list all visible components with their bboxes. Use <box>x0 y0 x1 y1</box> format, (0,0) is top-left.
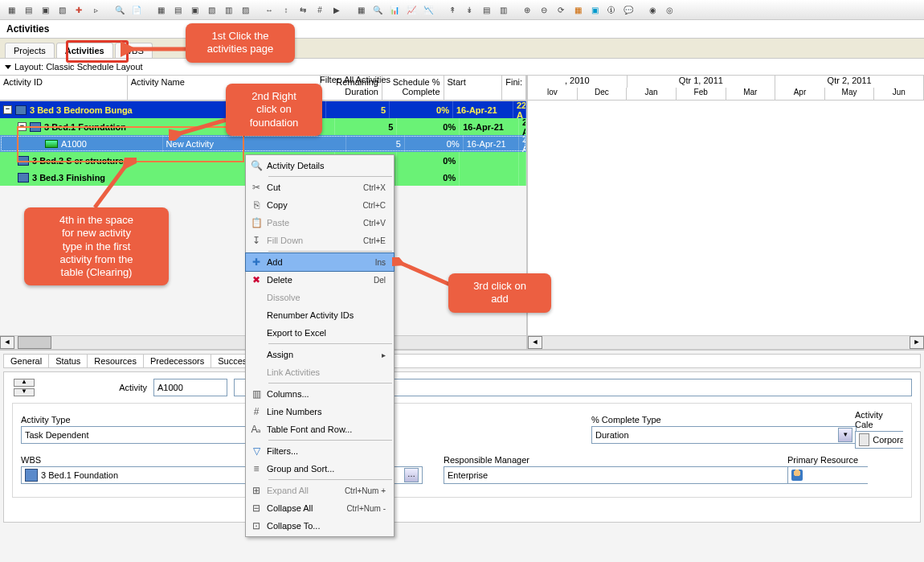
delete-icon: ✖ <box>246 271 267 289</box>
scroll-thumb[interactable] <box>18 336 51 349</box>
toolbar-button[interactable]: ▥ <box>220 2 236 18</box>
toolbar-button[interactable]: ⇆ <box>295 2 311 18</box>
activity-calendar-label: Activity Cale <box>855 410 903 429</box>
menu-renumber[interactable]: Renumber Activity IDs <box>246 306 394 324</box>
next-activity-button[interactable]: ▼ <box>14 388 35 396</box>
view-title: Activities <box>0 20 924 39</box>
scroll-left-arrow-icon[interactable]: ◄ <box>528 336 542 349</box>
toolbar-button[interactable]: ◎ <box>661 2 677 18</box>
gantt-month: Jan <box>627 88 677 100</box>
col-start[interactable]: Start <box>444 76 503 100</box>
primary-resource-field[interactable] <box>787 466 868 484</box>
fill-icon: ↧ <box>246 232 267 249</box>
col-activity-id[interactable]: Activity ID <box>0 76 128 100</box>
collapse-to-icon: ⊡ <box>246 517 267 535</box>
col-schedule-pct[interactable]: Schedule % Complete <box>382 76 444 100</box>
toolbar-button[interactable]: ▣ <box>186 2 202 18</box>
toolbar-button[interactable]: ▣ <box>37 2 53 18</box>
menu-columns[interactable]: ▥Columns... <box>246 385 394 403</box>
prev-activity-button[interactable]: ▲ <box>14 379 35 387</box>
columns-icon: ▥ <box>246 385 267 403</box>
primary-resource-label: Primary Resource <box>787 455 868 465</box>
detail-tab-strip: General Status Resources Predecessors Su… <box>3 354 921 368</box>
right-hscrollbar[interactable]: ◄ ► <box>528 335 924 349</box>
toolbar-button[interactable]: ▦ <box>3 2 19 18</box>
toolbar-button[interactable]: ▧ <box>203 2 219 18</box>
gantt-month: Dec <box>578 88 628 100</box>
toolbar-button[interactable]: ↔ <box>261 2 277 18</box>
col-finish[interactable]: Fini: <box>502 76 526 100</box>
toolbar-button[interactable]: ▤ <box>20 2 36 18</box>
toolbar-button[interactable]: ▶ <box>329 2 345 18</box>
toolbar-button[interactable]: ▤ <box>170 2 186 18</box>
menu-collapse-to[interactable]: ⊡Collapse To... <box>246 517 394 535</box>
menu-cut[interactable]: ✂CutCtrl+X <box>246 178 394 196</box>
gantt-month: Jun <box>874 88 924 100</box>
toolbar-button[interactable]: ▤ <box>478 2 494 18</box>
toolbar-button[interactable]: 🔍 <box>370 2 386 18</box>
toolbar-button[interactable]: ✚ <box>71 2 87 18</box>
menu-assign[interactable]: Assign▸ <box>246 346 394 363</box>
toolbar-button[interactable]: ◉ <box>644 2 660 18</box>
menu-link-activities: Link Activities <box>246 363 394 381</box>
browse-button[interactable]: … <box>404 468 419 482</box>
layout-bar: Layout: Classic Schedule Layout <box>0 59 924 76</box>
found-pct: 0% <box>397 118 460 135</box>
menu-collapse-all[interactable]: ⊟Collapse AllCtrl+Num - <box>246 499 394 517</box>
detail-tab-general[interactable]: General <box>4 355 49 367</box>
dropdown-arrow-icon[interactable]: ▾ <box>838 428 852 442</box>
toolbar-button[interactable]: ▥ <box>495 2 511 18</box>
toolbar-button[interactable]: 🔍 <box>112 2 128 18</box>
menu-copy[interactable]: ⎘CopyCtrl+C <box>246 196 394 214</box>
toolbar-button[interactable]: ▣ <box>587 2 603 18</box>
arrow-4 <box>88 158 137 214</box>
gantt-header: , 2010 Qtr 1, 2011 Qtr 2, 2011 lov Dec J… <box>528 76 924 101</box>
toolbar-button[interactable]: ▧ <box>54 2 70 18</box>
layout-dropdown-icon[interactable] <box>5 65 11 69</box>
activity-calendar-field[interactable]: Corporat <box>855 431 903 449</box>
arrow-3 <box>392 257 456 289</box>
menu-delete[interactable]: ✖DeleteDel <box>246 271 394 289</box>
toolbar-button[interactable]: ⊕ <box>519 2 535 18</box>
tab-projects[interactable]: Projects <box>5 43 55 58</box>
toolbar-button[interactable]: ⊖ <box>536 2 552 18</box>
pct-complete-type-dropdown[interactable]: Duration▾ <box>591 426 857 444</box>
scroll-left-arrow-icon[interactable]: ◄ <box>0 336 14 349</box>
menu-activity-details[interactable]: 🔍Activity Details <box>246 157 394 174</box>
toolbar-button[interactable]: 📉 <box>420 2 436 18</box>
gantt-body[interactable] <box>528 101 924 335</box>
toolbar-button[interactable]: ▦ <box>153 2 169 18</box>
activity-id-field[interactable]: A1000 <box>153 379 227 396</box>
toolbar-button[interactable]: ⟳ <box>553 2 569 18</box>
gantt-month: lov <box>528 88 578 100</box>
toolbar-button[interactable]: 📈 <box>403 2 419 18</box>
menu-group-sort[interactable]: ≡Group and Sort... <box>246 460 394 478</box>
menu-export-excel[interactable]: Export to Excel <box>246 324 394 342</box>
detail-tab-status[interactable]: Status <box>49 355 88 367</box>
toolbar-button[interactable]: ↕ <box>278 2 294 18</box>
calendar-icon <box>859 433 869 446</box>
wbs-icon <box>25 469 38 482</box>
menu-filters[interactable]: ▽Filters... <box>246 442 394 460</box>
toolbar-button[interactable]: ▨ <box>237 2 253 18</box>
toolbar-button[interactable]: ▦ <box>353 2 369 18</box>
toolbar-button[interactable]: 💬 <box>620 2 636 18</box>
toolbar-button[interactable]: # <box>312 2 328 18</box>
detail-tab-resources[interactable]: Resources <box>88 355 144 367</box>
menu-table-font[interactable]: AₐTable Font and Row... <box>246 420 394 438</box>
detail-tab-predecessors[interactable]: Predecessors <box>144 355 211 367</box>
application-toolbar: ▦ ▤ ▣ ▧ ✚ ▹ 🔍 📄 ▦ ▤ ▣ ▧ ▥ ▨ ↔ ↕ ⇆ # ▶ ▦ … <box>0 0 924 20</box>
toolbar-button[interactable]: ↡ <box>461 2 477 18</box>
scroll-right-arrow-icon[interactable]: ► <box>910 336 924 349</box>
toolbar-button[interactable]: 📊 <box>386 2 403 18</box>
responsible-manager-field[interactable]: Enterprise <box>444 466 789 484</box>
toolbar-button[interactable]: ↟ <box>444 2 460 18</box>
collapse-icon[interactable]: − <box>3 105 12 114</box>
toolbar-button[interactable]: ▦ <box>570 2 586 18</box>
toolbar-button[interactable]: ▹ <box>88 2 104 18</box>
menu-add[interactable]: ✚AddIns <box>245 252 395 272</box>
arrow-1 <box>121 39 193 59</box>
toolbar-button[interactable]: 🛈 <box>603 2 619 18</box>
toolbar-button[interactable]: 📄 <box>129 2 145 18</box>
menu-line-numbers[interactable]: #Line Numbers <box>246 403 394 420</box>
